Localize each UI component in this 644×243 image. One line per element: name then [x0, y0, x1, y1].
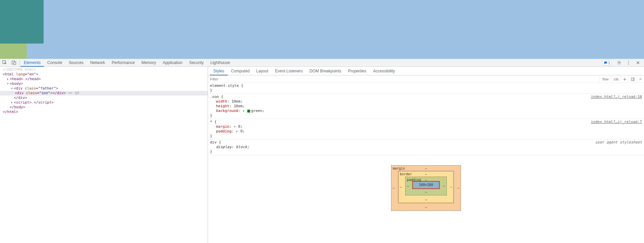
styles-filter-input[interactable]: [208, 77, 599, 81]
styles-panel: Styles Computed Layout Event Listeners D…: [208, 67, 644, 243]
rule-div-ua[interactable]: user agent stylesheet div { display: blo…: [208, 139, 644, 155]
separator: [19, 60, 20, 65]
stab-event-listeners[interactable]: Event Listeners: [272, 67, 306, 75]
svg-point-6: [628, 64, 629, 64]
tab-performance[interactable]: Performance: [108, 59, 138, 67]
styles-filter-row: :hov .cls: [208, 75, 644, 83]
stab-computed[interactable]: Computed: [228, 67, 253, 75]
tab-network[interactable]: Network: [87, 59, 108, 67]
father-element: [0, 0, 44, 44]
tab-sources[interactable]: Sources: [65, 59, 87, 67]
box-model-margin[interactable]: margin – – – – border – – – – padding: [391, 165, 461, 211]
svg-point-4: [628, 61, 629, 62]
stab-properties[interactable]: Properties: [345, 67, 370, 75]
rule-star[interactable]: index.html?…ij_reload:7 * { margin: ▸ 0;…: [208, 119, 644, 139]
cls-toggle[interactable]: .cls: [611, 75, 621, 83]
devtools-tabbar: Elements Console Sources Network Perform…: [0, 59, 644, 67]
tab-lighthouse[interactable]: Lighthouse: [207, 59, 233, 67]
tab-console[interactable]: Console: [44, 59, 65, 67]
rule-element-style[interactable]: element.style { }: [208, 83, 644, 94]
svg-rect-7: [631, 78, 634, 80]
styles-tabbar: Styles Computed Layout Event Listeners D…: [208, 67, 644, 75]
close-icon[interactable]: [633, 59, 643, 67]
box-model-padding[interactable]: padding – – – – 160×160: [405, 177, 447, 195]
device-toggle-icon[interactable]: [9, 59, 19, 67]
gear-icon[interactable]: [614, 59, 624, 67]
new-style-rule-icon[interactable]: [621, 75, 629, 83]
hov-toggle[interactable]: :hov: [599, 75, 611, 83]
rule-origin-link[interactable]: index.html?…ij_reload:7: [591, 120, 642, 124]
son-element-overlay: [0, 44, 27, 59]
stab-layout[interactable]: Layout: [253, 67, 272, 75]
box-model: margin – – – – border – – – – padding: [208, 155, 644, 221]
computed-sidebar-icon[interactable]: [629, 75, 637, 83]
scroll-top-icon[interactable]: [637, 75, 644, 83]
stab-styles[interactable]: Styles: [210, 67, 228, 75]
issues-badge[interactable]: 1: [602, 60, 612, 65]
box-model-border[interactable]: border – – – – padding – – – – 16: [398, 171, 454, 203]
rendered-page: [0, 0, 644, 59]
more-icon[interactable]: [624, 59, 633, 67]
selected-node[interactable]: <div class="son"></div> == $0: [0, 91, 208, 96]
rule-origin-ua: user agent stylesheet: [595, 140, 642, 145]
rule-origin-link[interactable]: index.html?…j_reload:18: [591, 95, 642, 99]
color-swatch[interactable]: [247, 110, 250, 113]
inspect-icon[interactable]: [0, 59, 9, 67]
svg-rect-2: [14, 62, 16, 64]
tab-elements[interactable]: Elements: [20, 59, 44, 67]
tab-memory[interactable]: Memory: [138, 59, 159, 67]
styles-rules[interactable]: element.style { } index.html?…j_reload:1…: [208, 83, 644, 243]
elements-tree[interactable]: <!DOCTYPE html> <html lang="en"> ▸<head>…: [0, 67, 208, 243]
svg-point-5: [628, 62, 629, 63]
doctype: <!DOCTYPE html>: [3, 67, 36, 72]
svg-point-3: [619, 62, 620, 63]
tab-application[interactable]: Application: [159, 59, 186, 67]
stab-accessibility[interactable]: Accessibility: [370, 67, 398, 75]
issues-count: 1: [608, 61, 610, 65]
stab-dom-breakpoints[interactable]: DOM Breakpoints: [306, 67, 345, 75]
tab-security[interactable]: Security: [186, 59, 207, 67]
rule-son[interactable]: index.html?…j_reload:18 .son { width: 10…: [208, 94, 644, 119]
